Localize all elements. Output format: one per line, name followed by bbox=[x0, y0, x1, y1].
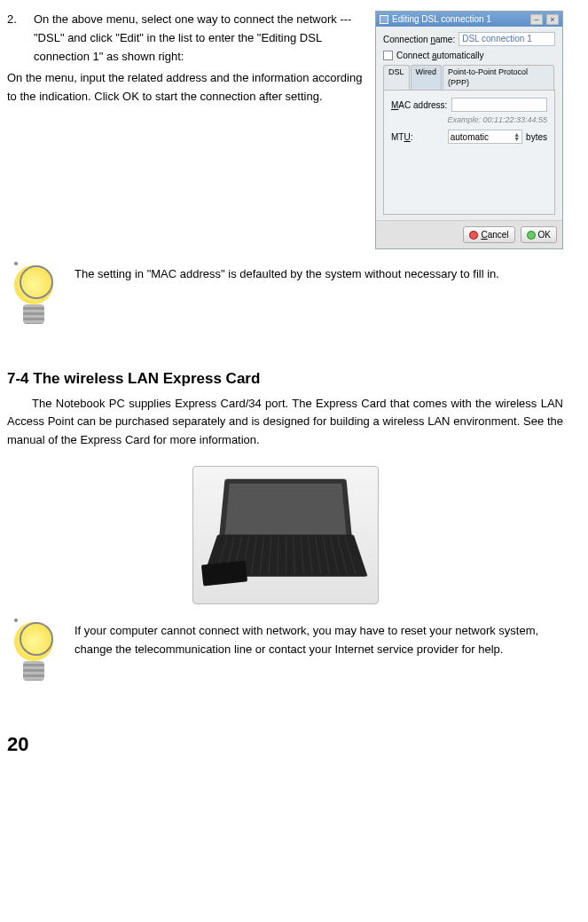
dialog-title-text: Editing DSL connection 1 bbox=[392, 13, 491, 25]
step-text: On the above menu, select one way to con… bbox=[34, 11, 368, 66]
express-card-icon bbox=[200, 560, 247, 586]
connect-auto-label: Connect automatically bbox=[396, 50, 483, 61]
lightbulb-icon bbox=[7, 615, 64, 686]
dialog-editing-dsl-connection: Editing DSL connection 1 – × Connection … bbox=[375, 11, 563, 249]
tip-2: If your computer cannot connect with net… bbox=[7, 615, 563, 686]
mtu-row: MTU: automatic ▲▼ bytes bbox=[391, 130, 547, 144]
minimize-icon[interactable]: – bbox=[530, 14, 543, 25]
connection-name-input[interactable]: DSL connection 1 bbox=[459, 32, 555, 46]
dialog-footer: Cancel OK bbox=[376, 220, 562, 248]
mac-row: MAC address: bbox=[391, 98, 547, 112]
tip-1-text: The setting in "MAC address" is defaulte… bbox=[74, 265, 499, 284]
laptop-figure bbox=[7, 466, 563, 604]
step-number: 2. bbox=[7, 11, 30, 66]
mtu-input[interactable]: automatic ▲▼ bbox=[448, 130, 522, 144]
window-icon bbox=[380, 15, 388, 24]
step-item: 2. On the above menu, select one way to … bbox=[7, 11, 368, 66]
connect-auto-row: Connect automatically bbox=[383, 50, 555, 61]
mac-input[interactable] bbox=[451, 98, 547, 112]
section-heading: 7-4 The wireless LAN Express Card bbox=[7, 366, 563, 390]
connection-name-row: Connection name: DSL connection 1 bbox=[383, 32, 555, 46]
spinner-arrows-icon[interactable]: ▲▼ bbox=[514, 132, 520, 141]
lightbulb-icon bbox=[7, 258, 64, 329]
cancel-label: Cancel bbox=[481, 229, 508, 240]
mtu-value: automatic bbox=[451, 131, 489, 143]
mac-example-text: Example: 00:11:22:33:44:55 bbox=[447, 115, 547, 126]
step-followup: On the menu, input the related address a… bbox=[7, 69, 368, 106]
tabbar: DSL Wired Point-to-Point Protocol (PPP) bbox=[383, 65, 555, 91]
close-icon[interactable]: × bbox=[546, 14, 559, 25]
connection-name-label: Connection name: bbox=[383, 34, 455, 45]
tab-ppp[interactable]: Point-to-Point Protocol (PPP) bbox=[443, 65, 554, 90]
mac-example-row: Example: 00:11:22:33:44:55 bbox=[391, 115, 547, 126]
ok-label: OK bbox=[538, 229, 551, 240]
mtu-label: MTU: bbox=[391, 131, 444, 143]
tab-wired[interactable]: Wired bbox=[411, 65, 443, 90]
ok-button[interactable]: OK bbox=[521, 226, 557, 243]
mac-label: MAC address: bbox=[391, 99, 448, 111]
section-body: The Notebook PC supplies Express Card/34… bbox=[7, 395, 563, 450]
tab-dsl[interactable]: DSL bbox=[383, 65, 410, 90]
dialog-titlebar: Editing DSL connection 1 – × bbox=[376, 12, 562, 27]
cancel-button[interactable]: Cancel bbox=[463, 226, 514, 243]
ok-icon bbox=[527, 231, 536, 240]
tip-2-text: If your computer cannot connect with net… bbox=[74, 622, 563, 659]
page-number: 20 bbox=[7, 729, 563, 760]
tip-1: The setting in "MAC address" is defaulte… bbox=[7, 258, 563, 329]
mtu-unit: bytes bbox=[526, 131, 547, 143]
cancel-icon bbox=[469, 231, 478, 240]
tabpanel-wired: MAC address: Example: 00:11:22:33:44:55 … bbox=[383, 91, 555, 215]
connect-auto-checkbox[interactable] bbox=[383, 51, 393, 60]
